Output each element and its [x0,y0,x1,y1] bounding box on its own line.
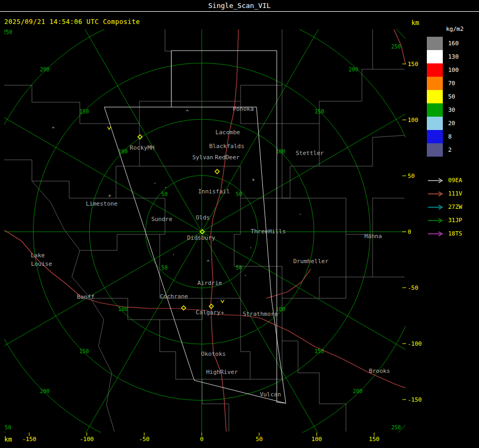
city-label: Vulcan [260,391,281,398]
point-marker: . [172,250,175,256]
colorbar-swatch [427,63,443,77]
colorbar-row: 100 [427,63,478,77]
point-marker: ^ [207,259,210,265]
point-marker: + [221,310,224,316]
colorbar: 1601301007050302082 [427,37,478,157]
radar-id-label: 09EA [448,177,463,184]
radar-id-label: 31JP [448,217,463,224]
right-axis-label: 50 [408,173,415,180]
radar-arrow-icon [427,204,445,210]
city-label: HighRiver [206,369,238,376]
radar-arrow-icon [427,231,445,237]
point-marker: . [153,179,156,185]
point-marker: * [252,178,255,184]
city-label: Limestone [86,200,118,207]
ring-distance-label: 100 [276,149,285,154]
city-label: Louise [31,260,52,267]
boundary-line [282,124,319,198]
colorbar-row: 30 [427,103,478,117]
highway-line [212,314,410,389]
colorbar-value: 2 [448,146,452,153]
ring-distance-label: 150 [79,348,89,354]
colorbar-row: 130 [427,50,478,63]
point-marker: * [108,194,111,200]
point-marker: . [249,243,252,249]
radar-map[interactable]: 2502001501002502001501001001502002501001… [0,0,479,448]
colorbar-swatch [427,103,443,117]
colorbar-value: 30 [448,107,455,113]
city-label: Sundre [151,216,172,223]
ring-distance-label: 100 [118,306,128,312]
ring-distance-label: 250 [3,29,12,35]
vee-marker-icon [108,127,111,129]
coverage-outline [104,107,286,403]
colorbar-swatch [427,143,443,157]
city-label: Cochrane [160,293,188,300]
boundary-line [250,341,282,379]
right-axis-label: 0 [408,229,411,235]
ring-distance-label: 200 [40,388,49,394]
city-label: Stettler [296,150,324,157]
city-label: Olds [196,214,210,221]
colorbar-swatch [427,90,443,103]
colorbar-value: 20 [448,120,455,127]
colorbar-unit-label: kg/m2 [446,26,478,32]
right-axis-label: -150 [408,396,422,403]
diamond-marker-icon [209,304,213,308]
colorbar-value: 70 [448,80,455,87]
ring-distance-label: 150 [79,109,89,115]
radar-legend-row: 31JP [427,214,478,227]
bottom-axis-label: 100 [311,436,322,443]
ring-distance-label: 150 [315,109,324,115]
ring-distance-label: 100 [118,149,128,154]
radar-arrow-icon [427,217,445,224]
radar-legend-row: 09EA [427,174,478,187]
colorbar-swatch [427,77,443,90]
city-label: Didsbury [187,234,216,241]
boundary-line [290,198,404,234]
diamond-marker-icon [215,169,219,174]
city-label: Drumheller [293,258,329,265]
boundary-line [160,320,229,431]
right-axis-label: -50 [408,284,418,291]
colorbar-value: 100 [448,67,459,74]
colorbar-row: 8 [427,130,478,143]
radar-legend: 09EA111V27ZW31JP18TS [427,174,478,240]
ring-distance-label: 50 [236,265,242,271]
point-marker: . [244,271,247,277]
right-axis-label: 150 [408,61,418,68]
highway-line [266,269,311,298]
colorbar-value: 160 [448,40,459,47]
boundary-line [241,85,282,124]
ring-distance-label: 200 [349,67,358,72]
colorbar-swatch [427,130,443,143]
bottom-axis-label: -100 [80,436,94,443]
colorbar-row: 20 [427,117,478,130]
point-marker: ^ [186,109,189,115]
ring-distance-label: 250 [2,425,11,430]
city-label: Brooks [369,368,390,374]
city-label: ThreeHills [251,228,286,235]
city-label: Ponoka [233,105,254,112]
bottom-axis-label: 150 [369,436,379,443]
radar-id-label: 27ZW [448,203,463,210]
point-marker: . [299,210,302,216]
colorbar-swatch [427,37,443,50]
colorbar-swatch [427,117,443,130]
city-label: RockyMH [130,144,154,151]
bottom-axis-label: -150 [22,436,37,443]
ring-distance-label: 50 [161,191,168,197]
city-label: Airdrie [197,280,222,287]
colorbar-row: 160 [427,37,478,50]
radar-app-window: Single_Scan_VIL 2025/09/21 14:54:06 UTC … [0,0,479,448]
colorbar-row: 2 [427,143,478,157]
map-layers: 2502001501002502001501001001502002501001… [0,0,479,448]
ring-distance-label: 50 [161,265,168,271]
ring-distance-label: 250 [391,425,401,430]
city-label: Banff [77,294,94,300]
radar-legend-row: 27ZW [427,200,478,214]
city-label: RedDeer [215,154,240,161]
colorbar-value: 50 [448,93,455,100]
right-axis-label: -100 [408,340,422,347]
boundary-line [282,69,404,124]
